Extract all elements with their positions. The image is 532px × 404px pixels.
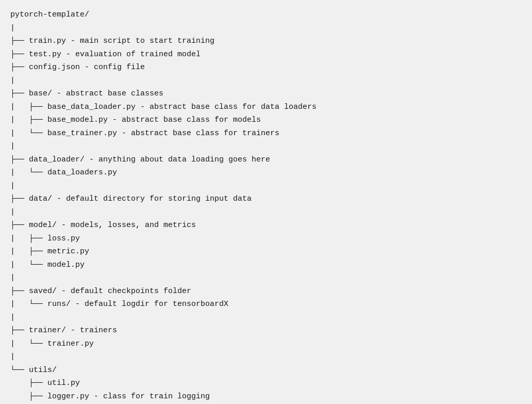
- tree-line: ├── config.json - config file: [10, 61, 522, 74]
- tree-line: |: [10, 271, 522, 285]
- tree-line: ├── base/ - abstract base classes: [10, 87, 522, 101]
- tree-line: ├── saved/ - default checkpoints folder: [10, 285, 522, 298]
- tree-line: |: [10, 74, 522, 88]
- tree-line: ├── util.py: [10, 377, 522, 390]
- tree-line: |: [10, 180, 522, 193]
- tree-line: | └── model.py: [10, 258, 522, 272]
- tree-line: |: [10, 22, 522, 35]
- tree-line: | └── base_trainer.py - abstract base cl…: [10, 127, 522, 140]
- tree-line: | ├── metric.py: [10, 245, 522, 258]
- tree-line: | └── runs/ - default logdir for tensorb…: [10, 298, 522, 311]
- tree-line: |: [10, 311, 522, 325]
- tree-line: ├── data/ - default directory for storin…: [10, 192, 522, 206]
- tree-line: | └── trainer.py: [10, 337, 522, 351]
- tree-line: ├── model/ - models, losses, and metrics: [10, 219, 522, 232]
- tree-line: | ├── loss.py: [10, 232, 522, 246]
- tree-line: ├── logger.py - class for train logging: [10, 390, 522, 403]
- tree-line: |: [10, 140, 522, 153]
- tree-line: ├── test.py - evaluation of trained mode…: [10, 48, 522, 61]
- tree-line: | ├── base_data_loader.py - abstract bas…: [10, 101, 522, 114]
- tree-line: |: [10, 350, 522, 364]
- tree-line: |: [10, 206, 522, 219]
- tree-line: ├── trainer/ - trainers: [10, 324, 522, 337]
- tree-line: | ├── base_model.py - abstract base clas…: [10, 114, 522, 127]
- tree-line: ├── train.py - main script to start trai…: [10, 35, 522, 48]
- file-tree: pytorch-template/|├── train.py - main sc…: [10, 8, 522, 404]
- tree-line: | └── data_loaders.py: [10, 166, 522, 180]
- tree-line: └── utils/: [10, 364, 522, 377]
- tree-line: ├── data_loader/ - anything about data l…: [10, 153, 522, 167]
- tree-line: pytorch-template/: [10, 8, 522, 22]
